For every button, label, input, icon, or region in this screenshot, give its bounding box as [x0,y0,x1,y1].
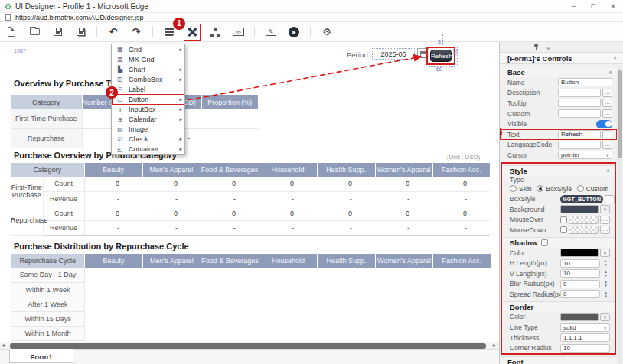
section-font[interactable]: Font [500,356,617,364]
v-length-px-row: V Length(px)10▴▾ [502,268,615,279]
menu-item-mx-grid[interactable]: ▥MX-Grid [112,54,184,64]
ellipsis-button[interactable]: … [602,130,612,138]
shadow-checkbox[interactable] [541,239,548,246]
ellipsis-button[interactable]: … [602,109,612,118]
section-border[interactable]: Border [502,301,615,312]
spread-radius-px-input[interactable]: 0 [560,290,600,298]
radio-boxstyle[interactable]: BoxStyle [537,185,572,193]
section-style[interactable]: Style∧ [502,165,615,176]
radio-custom[interactable]: Custom [577,185,608,193]
boxstyle-pill[interactable]: MGT_BUTTON [560,195,603,203]
description-input[interactable] [558,89,601,97]
spinner-buttons[interactable]: ▴▾ [602,291,610,298]
hierarchy-button[interactable] [207,24,223,41]
horizontal-scrollbar-thumb[interactable] [10,343,486,349]
scroll-right-icon[interactable]: ▸ [493,342,496,349]
name-input[interactable]: Button [558,78,612,86]
new-file-button[interactable] [3,24,20,41]
thickness-input[interactable]: 1,1,1,1 [560,333,610,342]
color-color-swatch[interactable] [560,313,599,321]
menu-item-image[interactable]: ▨Image [112,125,184,135]
ellipsis-button[interactable]: … [602,89,612,97]
h-length-px-input[interactable]: 10 [560,259,600,268]
panel-scrollbar-thumb[interactable] [618,70,622,158]
menu-item-container[interactable]: ◰Container▸ [112,145,184,154]
languagecode-input[interactable] [558,141,601,149]
save-all-button[interactable] [72,24,89,41]
dropdown-button[interactable]: ∨ [600,313,610,321]
radio-label: Custom [586,185,608,193]
widget-toolbox-button[interactable]: 1 [184,24,201,41]
close-icon[interactable] [603,2,623,11]
visible-toggle[interactable] [596,120,612,128]
settings-button[interactable]: ⚙ [318,24,335,41]
edit-button[interactable]: ✎ [263,24,279,41]
ellipsis-button[interactable]: … [602,99,612,107]
column-header: Repurchase Cycle [11,254,85,268]
mouseover-checkbox[interactable] [560,216,567,223]
spinner-buttons[interactable]: ▴▾ [602,280,610,288]
text-input[interactable]: Refresh [558,130,601,138]
scroll-left-icon[interactable]: ◂ [2,342,5,349]
menu-item-label[interactable]: ≡Label [112,84,184,94]
custom-input[interactable] [558,109,601,118]
dropdown-button[interactable]: ∨ [600,205,610,213]
pin-icon[interactable] [533,44,540,50]
minimize-icon[interactable] [563,2,583,10]
spinner-buttons[interactable]: ▴▾ [602,259,610,267]
value-cell: - [201,191,259,206]
tab-form1[interactable]: Form1 [9,349,73,363]
cycle-cell: Within 15 Days [11,311,85,326]
inputbox-icon: I [116,106,125,113]
ellipsis-button[interactable]: … [600,216,610,224]
tooltip-input[interactable] [558,99,601,107]
undo-button[interactable]: ↶ [105,24,122,41]
widget-dropdown-menu: ▦Grid▸▥MX-Grid▙Chart▸◫ComboBox▸≡Label2▭B… [111,44,185,155]
mousedown-checkbox[interactable] [560,226,567,233]
blur-radius-px-input[interactable]: 0 [560,280,600,288]
panel-header[interactable]: [Form1]'s Controls ∨ [500,52,623,64]
code-view-button[interactable]: </> [230,24,246,41]
v-length-px-input[interactable]: 10 [560,269,600,278]
mouseover-transparent-swatch[interactable] [569,216,599,224]
collapse-panel-icon[interactable] [546,41,550,54]
property-label: Text [507,131,558,138]
menu-item-chart[interactable]: ▙Chart▸ [112,64,184,74]
value-cell: 0 [142,177,201,191]
panel-scrollbar[interactable] [617,67,622,363]
color-color-swatch[interactable] [560,249,599,257]
open-folder-button[interactable] [26,24,43,41]
line-type-select[interactable]: solid∨ [560,323,610,332]
menu-item-button[interactable]: 2▭Button▸ [112,94,184,104]
menu-item-combobox[interactable]: ◫ComboBox▸ [112,74,184,84]
menu-item-grid[interactable]: ▦Grid▸ [112,44,184,54]
menu-item-calendar[interactable]: ⊞Calendar▸ [112,115,184,125]
ellipsis-button[interactable]: … [605,195,615,203]
property-label: BoxStyle [510,195,560,203]
redo-button[interactable]: ↷ [128,24,145,41]
value-cell: - [375,220,432,235]
save-button[interactable] [49,24,66,41]
section-base[interactable]: Base∧ [500,67,617,77]
ellipsis-button[interactable]: … [602,141,612,149]
menu-item-label: ComboBox [125,76,179,83]
ellipsis-button[interactable]: … [600,226,610,234]
hierarchy-icon [210,28,220,37]
period-input[interactable]: 2025-06 [372,48,415,60]
url-text[interactable]: https://aud.bimatrix.com/AUD/designer.js… [15,14,144,21]
panel-title: [Form1]'s Controls [507,54,572,63]
background-color-swatch[interactable] [560,205,599,213]
dropdown-button[interactable]: ∨ [600,249,610,257]
chart-icon: ▙ [116,66,125,73]
cursor-select[interactable]: pointer∨ [558,151,612,159]
value-cell: 0 [432,206,490,220]
section-shadow[interactable]: Shadow [502,237,615,248]
menu-item-inputbox[interactable]: IInputBox▸ [112,105,184,115]
spinner-buttons[interactable]: ▴▾ [602,270,610,278]
corner-radius-input[interactable]: 10 [560,344,610,353]
run-button[interactable]: ▶ [285,24,302,41]
radio-skin[interactable]: Skin [510,185,532,193]
maximize-icon[interactable] [583,2,603,10]
menu-item-check[interactable]: ☑Check▸ [112,135,184,145]
mousedown-transparent-swatch[interactable] [569,226,599,234]
